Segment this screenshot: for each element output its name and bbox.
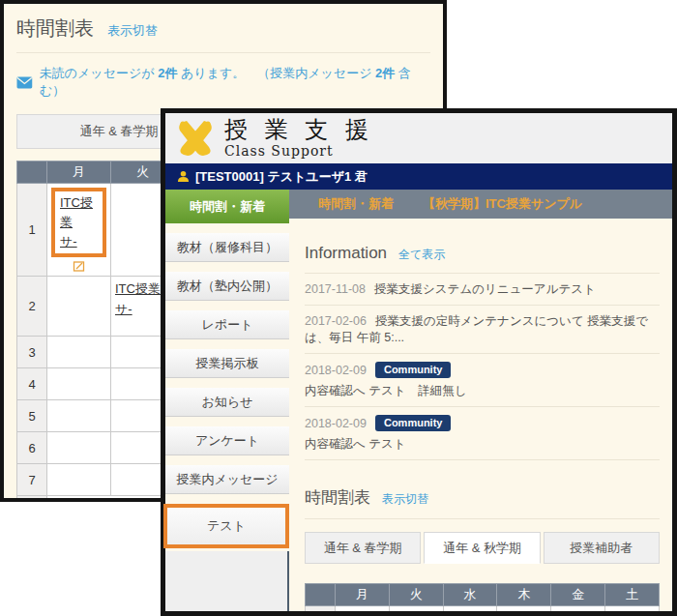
info-date: 2017-02-06 — [305, 314, 367, 328]
empty-cell — [47, 400, 111, 432]
tab-fall-term[interactable]: 通年 & 秋学期 — [424, 532, 540, 564]
breadcrumb-page: 【秋学期】ITC授業サンプル — [423, 195, 582, 213]
divider — [305, 518, 660, 519]
app-subtitle: Class Support — [224, 143, 373, 159]
page-title: 時間割表 — [16, 15, 94, 42]
sidebar-item-timetable-news-active[interactable]: 時間割・新着 — [165, 190, 289, 223]
sidebar-item-materials-public[interactable]: 教材（塾内公開） — [165, 272, 289, 301]
timetable-heading: 時間割表 — [305, 486, 370, 509]
tutorial-highlight-box: ITC授業 サ- — [51, 188, 106, 257]
info-item-1[interactable]: 2017-11-08授業支援システムのリニューアルテスト — [305, 274, 660, 306]
info-text: 授業支援システムのリニューアルテスト — [374, 282, 596, 296]
unread-pre: 未読のメッセージが — [40, 66, 158, 80]
day-header-wed: 水 — [443, 584, 497, 606]
sidebar-item-class-messages[interactable]: 授業内メッセージ — [165, 465, 289, 494]
info-date: 2018-02-09 — [305, 364, 367, 377]
breadcrumb-section[interactable]: 時間割・新着 — [318, 195, 394, 213]
empty-cell — [47, 337, 111, 368]
unread-message-row: 未読のメッセージが 2件 あります。 （授業内メッセージ 2件 含む） — [16, 65, 430, 100]
window-body: 教材（履修科目） 教材（塾内公開） レポート 授業掲示板 お知らせ アンケート … — [165, 223, 672, 611]
community-badge: Community — [375, 415, 452, 431]
info-text: 内容確認へ テスト 詳細無し — [305, 383, 660, 399]
cell-fri-1 — [551, 606, 605, 612]
timetable-row-1: 1 ITC授業 サ- — [306, 606, 660, 612]
info-item-3[interactable]: 2018-02-09Community 内容確認へ テスト 詳細無し — [305, 354, 660, 407]
cell-wed-1 — [443, 606, 497, 612]
period-label: 他 — [17, 496, 47, 502]
display-toggle-link[interactable]: 表示切替 — [382, 491, 428, 508]
information-heading-row: Information 全て表示 — [305, 244, 660, 263]
app-header: 授 業 支 援 Class Support — [165, 113, 672, 163]
sidebar-footer — [165, 551, 289, 611]
nav-row: 時間割・新着 時間割・新着 【秋学期】ITC授業サンプル — [165, 190, 672, 223]
day-header-tue: 火 — [389, 584, 443, 606]
sidebar: 教材（履修科目） 教材（塾内公開） レポート 授業掲示板 お知らせ アンケート … — [165, 223, 289, 611]
day-header-mon: 月 — [336, 584, 390, 606]
community-badge: Community — [375, 362, 452, 378]
cell-mon-2 — [47, 277, 111, 337]
corner-header-cell — [17, 161, 47, 184]
day-header-thu: 木 — [497, 584, 551, 606]
info-date: 2017-11-08 — [305, 282, 366, 296]
info-item-2[interactable]: 2017-02-06授業支援の定時メンテナンスについて 授業支援では、毎日 午前… — [305, 306, 660, 354]
cell-thu-1 — [497, 606, 551, 612]
memo-icon[interactable] — [73, 260, 86, 273]
period-label: 4 — [17, 368, 47, 400]
front-window-class-support: 授 業 支 援 Class Support [TEST0001] テストユーザ1… — [161, 108, 677, 616]
sidebar-item-materials-enrolled[interactable]: 教材（履修科目） — [165, 233, 289, 262]
divider — [16, 52, 430, 53]
tab-spring-term[interactable]: 通年 & 春学期 — [305, 532, 421, 564]
cell-mon-1: ITC授業 サ- — [47, 184, 111, 277]
tab-class-assistant[interactable]: 授業補助者 — [544, 532, 660, 564]
cell-mon-1: ITC授業 サ- — [336, 606, 390, 612]
period-label: 1 — [306, 606, 336, 612]
period-label: 3 — [17, 337, 47, 368]
back-title-row: 時間割表 表示切替 — [16, 15, 430, 42]
course-link[interactable]: ITC授業 サ- — [115, 279, 161, 318]
info-item-meta: 2018-02-09Community — [305, 415, 660, 431]
day-header-fri: 金 — [551, 584, 605, 606]
info-text: 内容確認へ テスト — [305, 436, 660, 453]
envelope-icon — [16, 76, 33, 89]
corner-header-cell — [306, 584, 336, 606]
user-name-label: [TEST0001] テストユーザ1 君 — [195, 168, 368, 186]
sidebar-item-notices[interactable]: お知らせ — [165, 388, 289, 417]
unread-count: 2件 — [158, 66, 177, 80]
period-label: 2 — [17, 277, 47, 337]
information-heading: Information — [305, 244, 387, 263]
info-item-4[interactable]: 2018-02-09Community 内容確認へ テスト — [305, 407, 660, 460]
info-item-meta: 2018-02-09Community — [305, 362, 660, 378]
course-link[interactable]: ITC授業 サ- — [60, 193, 93, 251]
cell-sat-1 — [605, 606, 660, 612]
front-term-tabs: 通年 & 春学期 通年 & 秋学期 授業補助者 — [305, 532, 660, 564]
course-link[interactable]: ITC授業 サ- — [339, 609, 385, 611]
tutorial-highlight-box-test: テスト — [163, 504, 289, 548]
class-support-logo-icon — [174, 117, 217, 160]
period-label: 1 — [17, 184, 47, 277]
main-content: Information 全て表示 2017-11-08授業支援システムのリニュー… — [289, 223, 672, 611]
user-bar: [TEST0001] テストユーザ1 君 — [165, 163, 672, 190]
info-date: 2018-02-09 — [305, 417, 367, 430]
timetable-header-row: 月 火 水 木 金 土 — [306, 584, 660, 606]
sidebar-item-test[interactable]: テスト — [167, 508, 285, 544]
empty-cell — [47, 368, 111, 400]
cell-tue-1 — [389, 606, 443, 612]
app-title: 授 業 支 援 — [224, 118, 373, 142]
unread-message-text: 未読のメッセージが 2件 あります。 （授業内メッセージ 2件 含む） — [40, 65, 430, 100]
breadcrumb: 時間割・新着 【秋学期】ITC授業サンプル — [289, 190, 672, 219]
unread-mid: あります。 （授業内メッセージ — [177, 66, 375, 80]
empty-cell — [47, 432, 111, 464]
user-icon — [177, 170, 190, 183]
unread-count-inner: 2件 — [375, 66, 395, 80]
empty-cell — [47, 464, 111, 496]
front-timetable: 月 火 水 木 金 土 1 ITC授業 サ- — [305, 583, 660, 611]
timetable-heading-row: 時間割表 表示切替 — [305, 486, 660, 509]
period-label: 5 — [17, 400, 47, 432]
view-all-link[interactable]: 全て表示 — [398, 247, 445, 263]
display-toggle-link[interactable]: 表示切替 — [107, 22, 158, 40]
sidebar-item-class-board[interactable]: 授業掲示板 — [165, 349, 289, 378]
period-label: 6 — [17, 432, 47, 464]
day-header-mon: 月 — [47, 161, 111, 184]
sidebar-item-survey[interactable]: アンケート — [165, 426, 289, 455]
sidebar-item-report[interactable]: レポート — [165, 310, 289, 339]
